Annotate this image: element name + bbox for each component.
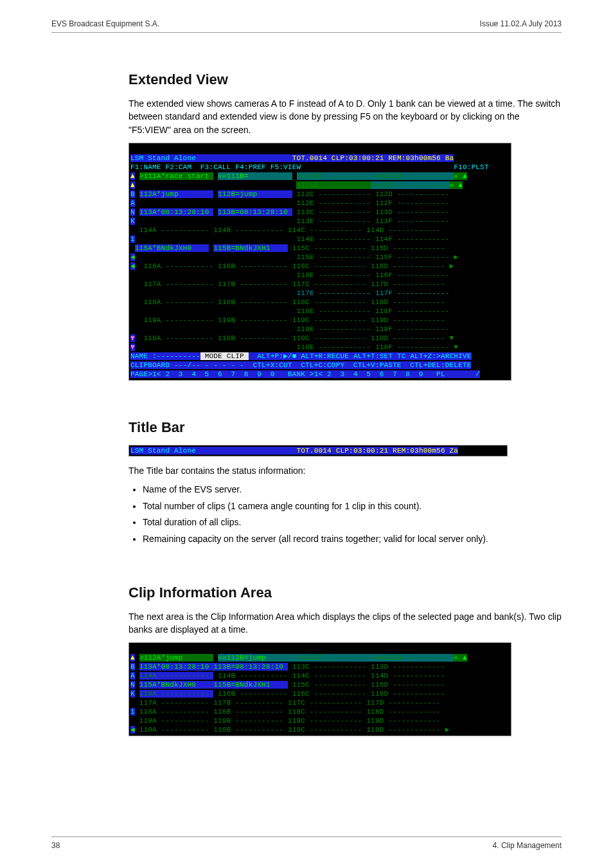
list-item: Remaining capacity on the server (all re… bbox=[143, 533, 562, 546]
title-bar-screenshot: LSM Stand Alone TOT.0014 CLP:03:00:21 RE… bbox=[129, 445, 508, 457]
header-left: EVS Broadcast Equipment S.A. bbox=[51, 19, 159, 28]
list-item: Name of the EVS server. bbox=[143, 484, 562, 496]
section1-title: Extended View bbox=[129, 71, 562, 88]
chapter-ref: 4. Clip Management bbox=[493, 841, 562, 850]
extended-view-terminal: LSM Stand Alone TOT.0014 CLP:03:00:21 RE… bbox=[129, 143, 511, 381]
section3-text: The next area is the Clip Information Ar… bbox=[129, 610, 562, 637]
header-right: Issue 11.02.A July 2013 bbox=[480, 19, 562, 28]
clip-info-terminal: ▲ >112A*jump «»112B=jump «»112C --------… bbox=[129, 642, 511, 736]
section3-title: Clip Information Area bbox=[129, 584, 562, 601]
section2-list: Name of the EVS server. Total number of … bbox=[129, 484, 562, 545]
list-item: Total number of clips (1 camera angle co… bbox=[143, 500, 562, 513]
section2-intro: The Title bar contains the status inform… bbox=[129, 464, 562, 477]
section2-title: Title Bar bbox=[129, 419, 562, 436]
page-footer: 38 4. Clip Management bbox=[51, 836, 562, 850]
page-number: 38 bbox=[51, 841, 60, 850]
list-item: Total duration of all clips. bbox=[143, 516, 562, 529]
page-header: EVS Broadcast Equipment S.A. Issue 11.02… bbox=[51, 19, 562, 33]
section1-text: The extended view shows cameras A to F i… bbox=[129, 97, 562, 136]
